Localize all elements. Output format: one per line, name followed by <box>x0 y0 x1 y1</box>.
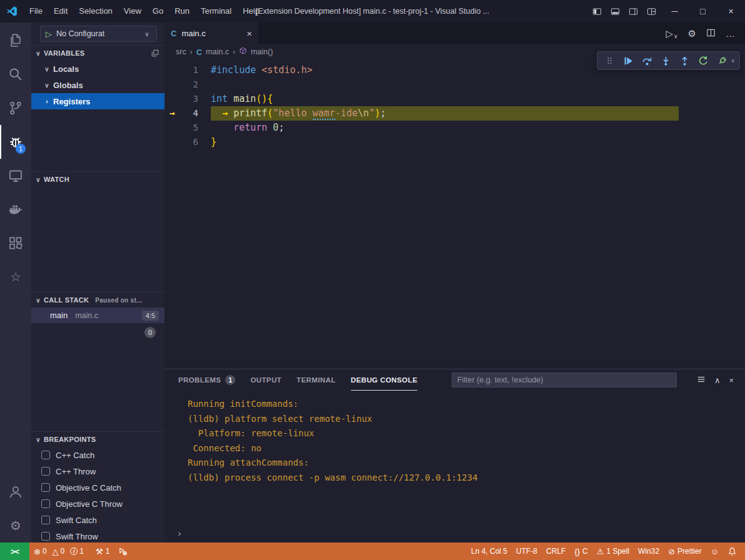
breakpoint-gutter[interactable] <box>165 78 180 92</box>
run-or-debug-button[interactable]: ▷ ∨ <box>666 28 677 39</box>
restart-button[interactable] <box>696 52 711 69</box>
feedback-smiley[interactable]: ☺ <box>706 542 723 560</box>
console-output[interactable]: Running initCommands:(lldb) platform sel… <box>165 391 745 542</box>
info-count: 1 <box>79 547 84 556</box>
activity-docker[interactable] <box>0 192 31 226</box>
filter-lines-icon[interactable] <box>697 375 706 386</box>
close-panel-icon[interactable]: × <box>729 376 734 385</box>
stack-frame-main[interactable]: main main.c 4:5 <box>31 308 165 323</box>
breakpoint-item[interactable]: Swift Catch <box>31 512 165 528</box>
toolbar-drag-handle[interactable] <box>602 52 617 69</box>
activity-remote-explorer[interactable] <box>0 159 31 192</box>
toggle-secondary-sidebar-icon[interactable] <box>624 0 642 22</box>
callstack-header[interactable]: ∨ CALL STACK Paused on st... <box>31 292 165 308</box>
breadcrumb-symbol[interactable]: main() <box>251 48 273 56</box>
split-editor-icon[interactable] <box>706 28 716 39</box>
remote-indicator[interactable]: >< <box>0 542 29 560</box>
problems-status[interactable]: ⊗0 △0 i1 <box>29 542 91 560</box>
tab-main-c[interactable]: C main.c × <box>165 22 258 44</box>
breakpoint-item[interactable]: C++ Catch <box>31 447 165 463</box>
activity-run-debug[interactable]: 1 <box>0 125 31 159</box>
continue-button[interactable] <box>621 52 636 69</box>
close-window-button[interactable]: × <box>717 0 745 22</box>
variables-scope-globals[interactable]: ∨ Globals <box>31 77 165 93</box>
breakpoint-checkbox[interactable] <box>41 467 50 476</box>
prettier-status[interactable]: ⊘ Prettier <box>664 542 706 560</box>
debug-config-dropdown[interactable]: ▷ No Configurat ∨ <box>40 26 157 42</box>
toggle-sidebar-icon[interactable] <box>588 0 606 22</box>
menu-edit[interactable]: Edit <box>48 0 73 22</box>
breakpoint-gutter[interactable] <box>165 135 180 149</box>
step-over-button[interactable] <box>639 52 654 69</box>
minimize-button[interactable]: ─ <box>661 0 689 22</box>
breakpoints-header[interactable]: ∨ BREAKPOINTS <box>31 432 165 447</box>
maximize-panel-icon[interactable]: ∧ <box>714 376 721 385</box>
language-mode[interactable]: {} C <box>570 542 592 560</box>
menu-file[interactable]: File <box>24 0 48 22</box>
toggle-panel-icon[interactable] <box>606 0 624 22</box>
menu-terminal[interactable]: Terminal <box>195 0 237 22</box>
menu-run[interactable]: Run <box>169 0 195 22</box>
menu-go[interactable]: Go <box>147 0 169 22</box>
eol-indicator[interactable]: CRLF <box>542 542 570 560</box>
platform-indicator[interactable]: Win32 <box>634 542 664 560</box>
watch-header[interactable]: ∨ WATCH <box>31 172 165 187</box>
breakpoint-item[interactable]: Swift Throw <box>31 528 165 542</box>
breakpoint-checkbox[interactable] <box>41 499 50 508</box>
tab-debug-console[interactable]: DEBUG CONSOLE <box>351 369 418 391</box>
encoding-indicator[interactable]: UTF-8 <box>512 542 542 560</box>
breakpoints-section: ∨ BREAKPOINTS C++ CatchC++ ThrowObjectiv… <box>31 431 165 542</box>
step-into-button[interactable] <box>658 52 673 69</box>
more-actions-icon[interactable]: … <box>726 28 735 39</box>
start-debug-icon[interactable]: ▷ <box>46 29 52 39</box>
code-editor[interactable]: 1#include <stdio.h>23int main(){→4 → pri… <box>165 59 745 369</box>
open-view-icon[interactable] <box>151 49 160 58</box>
breakpoint-gutter[interactable] <box>165 92 180 106</box>
breakpoint-checkbox[interactable] <box>41 532 50 541</box>
activity-explorer[interactable] <box>0 24 31 58</box>
breadcrumb-src[interactable]: src <box>176 48 186 56</box>
line-number: 3 <box>180 92 198 106</box>
variables-header[interactable]: ∨ VARIABLES <box>31 46 165 61</box>
debug-status[interactable] <box>114 542 132 560</box>
breakpoint-checkbox[interactable] <box>41 451 50 459</box>
breakpoint-gutter[interactable] <box>165 121 180 135</box>
instruction-pointer-icon[interactable]: → <box>165 106 180 121</box>
breakpoint-gutter[interactable] <box>165 63 180 78</box>
variables-scope-registers[interactable]: › Registers <box>31 93 165 109</box>
activity-settings[interactable]: ⚙ <box>0 509 31 542</box>
activity-extensions[interactable] <box>0 226 31 260</box>
console-prompt[interactable]: › <box>176 528 183 539</box>
frame-file: main.c <box>75 311 98 320</box>
panel-actions: ∧ × <box>692 375 739 386</box>
activity-account[interactable] <box>0 475 31 509</box>
breakpoint-item[interactable]: C++ Throw <box>31 463 165 479</box>
breakpoint-label: Swift Throw <box>56 532 98 541</box>
breakpoint-checkbox[interactable] <box>41 516 50 524</box>
tab-terminal[interactable]: TERMINAL <box>296 369 336 391</box>
console-filter-input[interactable] <box>452 372 677 388</box>
breakpoint-item[interactable]: Objective C Throw <box>31 496 165 512</box>
tab-problems[interactable]: PROBLEMS 1 <box>178 369 235 391</box>
maximize-button[interactable]: □ <box>689 0 717 22</box>
customize-layout-icon[interactable] <box>642 0 661 22</box>
activity-source-control[interactable] <box>0 91 31 125</box>
spell-checker-status[interactable]: ⚠ 1 Spell <box>592 542 634 560</box>
chevron-down-icon[interactable]: ∨ <box>731 58 735 64</box>
activity-search[interactable] <box>0 58 31 91</box>
activity-favorites[interactable]: ☆ <box>0 260 31 294</box>
menu-view[interactable]: View <box>118 0 147 22</box>
close-tab-icon[interactable]: × <box>246 28 252 39</box>
breakpoint-item[interactable]: Objective C Catch <box>31 479 165 496</box>
variables-scope-locals[interactable]: ∨ Locals <box>31 61 165 77</box>
step-out-button[interactable] <box>677 52 692 69</box>
notifications-bell[interactable] <box>723 542 741 560</box>
breakpoint-checkbox[interactable] <box>41 483 50 492</box>
disconnect-button[interactable] <box>714 52 729 69</box>
breadcrumb-file[interactable]: main.c <box>206 48 229 56</box>
cursor-position[interactable]: Ln 4, Col 5 <box>467 542 512 560</box>
tab-output[interactable]: OUTPUT <box>250 369 281 391</box>
gear-icon[interactable]: ⚙ <box>688 28 696 39</box>
menu-selection[interactable]: Selection <box>73 0 118 22</box>
tools-indicator[interactable]: ⚒ 1 <box>91 542 114 560</box>
